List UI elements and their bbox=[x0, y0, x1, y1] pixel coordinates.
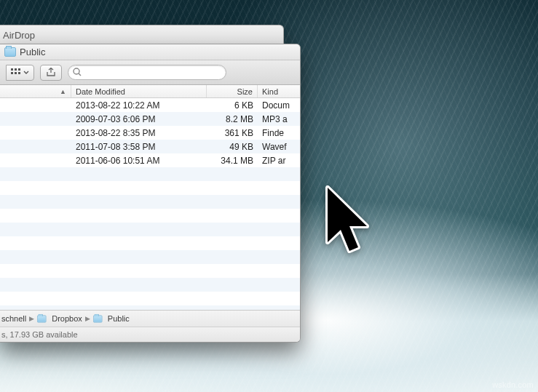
cell-kind: Wavef bbox=[258, 140, 300, 153]
path-bar: schnell ▶ Dropbox ▶ Public bbox=[0, 310, 300, 327]
table-row[interactable]: 2011-07-08 3:58 PM 49 KB Wavef bbox=[0, 140, 300, 153]
folder-icon bbox=[37, 315, 46, 322]
status-text: s, 17.93 GB available bbox=[1, 330, 78, 339]
folder-icon bbox=[4, 47, 16, 57]
sort-indicator-icon: ▲ bbox=[60, 88, 66, 95]
cell-size: 34.1 MB bbox=[207, 153, 258, 167]
cell-kind: Finde bbox=[258, 126, 300, 140]
finder-window[interactable]: Public ▲ Date Modified Size Kind bbox=[0, 44, 301, 343]
column-headers: ▲ Date Modified Size Kind bbox=[0, 85, 300, 98]
folder-icon bbox=[93, 315, 102, 322]
svg-rect-4 bbox=[15, 72, 17, 74]
svg-rect-3 bbox=[11, 72, 13, 74]
watermark: wskdn.com bbox=[492, 380, 534, 389]
cell-size: 49 KB bbox=[207, 140, 258, 153]
airdrop-title: AirDrop bbox=[3, 30, 35, 41]
table-row[interactable]: 2013-08-22 8:35 PM 361 KB Finde bbox=[0, 126, 300, 140]
cell-date: 2013-08-22 10:22 AM bbox=[71, 98, 207, 112]
cell-date: 2013-08-22 8:35 PM bbox=[71, 126, 207, 140]
table-row[interactable]: 2009-07-03 6:06 PM 8.2 MB MP3 a bbox=[0, 112, 300, 126]
airdrop-window[interactable]: AirDrop bbox=[0, 25, 284, 45]
header-size[interactable]: Size bbox=[207, 85, 258, 97]
path-label: Public bbox=[108, 314, 130, 323]
svg-rect-0 bbox=[11, 68, 13, 71]
header-name[interactable]: ▲ bbox=[0, 85, 71, 97]
path-crumb[interactable]: Dropbox bbox=[37, 314, 82, 324]
path-crumb[interactable]: schnell bbox=[1, 314, 26, 323]
share-button[interactable] bbox=[40, 65, 62, 81]
grid-icon bbox=[11, 68, 21, 77]
arrange-button[interactable] bbox=[6, 65, 34, 81]
cell-date: 2011-06-06 10:51 AM bbox=[71, 153, 207, 167]
svg-line-7 bbox=[79, 73, 81, 76]
svg-rect-1 bbox=[15, 68, 17, 71]
view-arrange-group bbox=[6, 65, 34, 81]
titlebar[interactable]: Public bbox=[0, 44, 300, 60]
table-row[interactable]: 2013-08-22 10:22 AM 6 KB Docum bbox=[0, 98, 300, 112]
path-label: schnell bbox=[1, 314, 26, 323]
path-separator-icon: ▶ bbox=[29, 315, 34, 322]
share-icon bbox=[46, 68, 57, 77]
cursor-icon bbox=[320, 184, 379, 264]
path-label: Dropbox bbox=[52, 314, 82, 323]
svg-rect-2 bbox=[18, 68, 20, 71]
search-input[interactable] bbox=[68, 65, 226, 80]
cell-kind: Docum bbox=[258, 98, 300, 112]
cell-size: 6 KB bbox=[207, 98, 258, 112]
cell-size: 8.2 MB bbox=[207, 112, 258, 126]
cell-date: 2011-07-08 3:58 PM bbox=[71, 140, 207, 153]
cell-date: 2009-07-03 6:06 PM bbox=[71, 112, 207, 126]
toolbar bbox=[0, 60, 300, 85]
search-icon bbox=[72, 67, 82, 77]
cell-size: 361 KB bbox=[207, 126, 258, 140]
window-title: Public bbox=[20, 47, 45, 57]
cell-kind: MP3 a bbox=[258, 112, 300, 126]
file-list[interactable]: 2013-08-22 10:22 AM 6 KB Docum 2009-07-0… bbox=[0, 98, 300, 310]
header-date-modified[interactable]: Date Modified bbox=[71, 85, 207, 97]
svg-rect-5 bbox=[18, 72, 20, 74]
status-bar: s, 17.93 GB available bbox=[0, 327, 300, 342]
svg-point-6 bbox=[74, 68, 79, 74]
chevron-down-icon bbox=[23, 68, 29, 77]
cell-kind: ZIP ar bbox=[258, 153, 300, 167]
search-area bbox=[68, 65, 294, 80]
header-kind[interactable]: Kind bbox=[258, 85, 300, 97]
path-crumb[interactable]: Public bbox=[93, 314, 130, 324]
path-separator-icon: ▶ bbox=[85, 315, 90, 322]
table-row[interactable]: 2011-06-06 10:51 AM 34.1 MB ZIP ar bbox=[0, 153, 300, 167]
